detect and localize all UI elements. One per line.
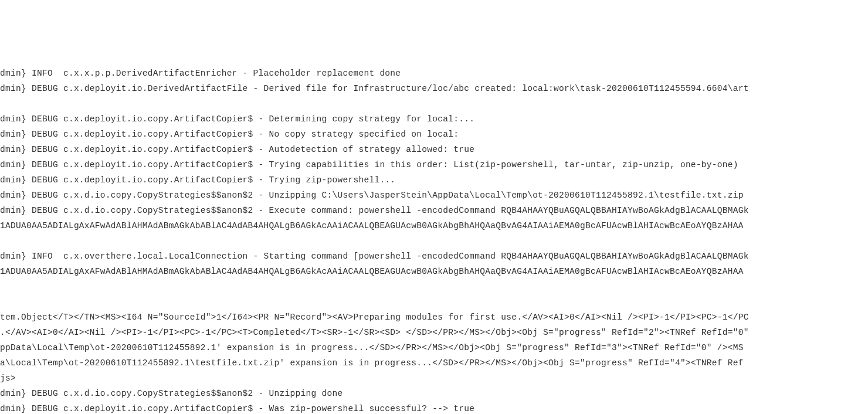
blank-line	[0, 294, 868, 310]
log-line: dmin} DEBUG c.x.deployit.io.copy.Artifac…	[0, 142, 868, 157]
blank-line	[0, 96, 868, 111]
log-line: dmin} DEBUG c.x.deployit.io.copy.Artifac…	[0, 157, 868, 172]
log-line: .</AV><AI>0</AI><Nil /><PI>-1</PI><PC>-1…	[0, 325, 868, 340]
log-line: a\Local\Temp\ot-20200610T112455892.1\tes…	[0, 355, 868, 371]
log-line: dmin} DEBUG c.x.d.io.copy.CopyStrategies…	[0, 188, 868, 203]
log-line: dmin} DEBUG c.x.d.io.copy.CopyStrategies…	[0, 386, 868, 401]
log-line: tem.Object</T></TN><MS><I64 N="SourceId"…	[0, 310, 868, 325]
log-line: ppData\Local\Temp\ot-20200610T112455892.…	[0, 340, 868, 355]
log-line: js>	[0, 371, 868, 386]
log-line: dmin} INFO c.x.overthere.local.LocalConn…	[0, 249, 868, 264]
log-line: dmin} DEBUG c.x.deployit.io.copy.Artifac…	[0, 111, 868, 127]
log-line: dmin} INFO c.x.x.p.p.DerivedArtifactEnri…	[0, 66, 868, 81]
log-line: 1ADUA0AA5ADIALgAxAFwAdABlAHMAdABmAGkAbAB…	[0, 264, 868, 279]
log-line: dmin} DEBUG c.x.deployit.io.copy.Artifac…	[0, 172, 868, 188]
blank-line	[0, 233, 868, 249]
log-line: dmin} DEBUG c.x.deployit.io.copy.Artifac…	[0, 127, 868, 142]
log-line: 1ADUA0AA5ADIALgAxAFwAdABlAHMAdABmAGkAbAB…	[0, 218, 868, 233]
log-line: dmin} DEBUG c.x.deployit.io.DerivedArtif…	[0, 81, 868, 96]
log-output: dmin} INFO c.x.x.p.p.DerivedArtifactEnri…	[0, 66, 868, 414]
log-line: dmin} DEBUG c.x.d.io.copy.CopyStrategies…	[0, 203, 868, 218]
blank-line	[0, 279, 868, 294]
log-line: dmin} DEBUG c.x.deployit.io.copy.Artifac…	[0, 401, 868, 414]
